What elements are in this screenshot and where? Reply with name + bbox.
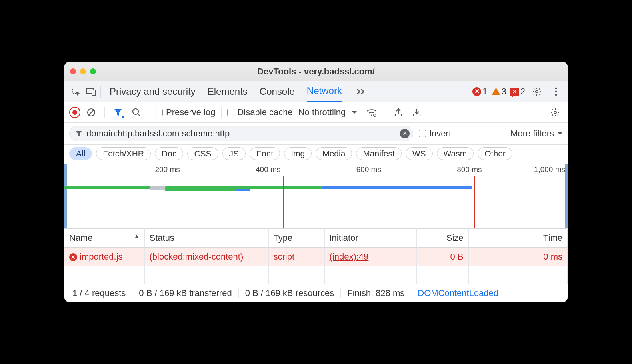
cell-size: 0 B [416, 248, 468, 266]
record-button[interactable] [69, 107, 80, 118]
main-tabs: Privacy and security Elements Console Ne… [64, 81, 568, 102]
overview-bar [236, 189, 251, 191]
col-initiator[interactable]: Initiator [324, 229, 416, 248]
filter-funnel-icon [75, 130, 82, 137]
more-tabs-icon[interactable] [356, 88, 366, 95]
col-name[interactable]: Name▲ [64, 229, 144, 248]
tick-label: 400 ms [256, 165, 280, 174]
sort-asc-icon: ▲ [134, 233, 140, 239]
chip-js[interactable]: JS [222, 147, 246, 160]
chip-css[interactable]: CSS [187, 147, 218, 160]
network-settings-icon[interactable] [548, 105, 563, 120]
preserve-log-checkbox[interactable]: Preserve log [156, 107, 216, 118]
chip-fetch-xhr[interactable]: Fetch/XHR [96, 147, 151, 160]
issue-icon: ✕ [510, 88, 519, 96]
timeline-overview[interactable]: 200 ms 400 ms 600 ms 800 ms 1,000 ms [64, 164, 568, 228]
chevron-down-icon [557, 132, 563, 136]
col-size[interactable]: Size [416, 229, 468, 248]
chip-ws[interactable]: WS [406, 147, 433, 160]
error-icon: ✕ [472, 87, 481, 96]
cell-initiator[interactable]: (index):49 [324, 248, 416, 266]
more-filters-label: More filters [510, 128, 554, 139]
filter-input[interactable]: domain:http.badssl.com scheme:http ✕ [69, 126, 413, 141]
chip-doc[interactable]: Doc [155, 147, 183, 160]
status-dcl[interactable]: DOMContentLoaded [411, 288, 505, 298]
search-icon[interactable] [129, 105, 144, 120]
throttling-select[interactable]: No throttling [298, 107, 361, 118]
chevron-down-icon [348, 110, 361, 114]
filter-icon[interactable] [110, 105, 126, 120]
kebab-menu-icon[interactable] [548, 84, 564, 99]
cell-time: 0 ms [468, 248, 568, 266]
filter-bar: domain:http.badssl.com scheme:http ✕ Inv… [64, 123, 568, 145]
device-toolbar-icon[interactable] [84, 84, 99, 99]
clear-filter-icon[interactable]: ✕ [400, 129, 410, 138]
separator [385, 107, 385, 118]
svg-point-5 [555, 90, 557, 92]
cell-status: (blocked:mixed-content) [144, 248, 268, 266]
window-title: DevTools - very.badssl.com/ [64, 66, 568, 77]
status-finish: Finish: 828 ms [341, 288, 411, 298]
network-conditions-icon[interactable] [364, 105, 379, 120]
issue-count-badge[interactable]: ✕ 2 [510, 86, 525, 97]
separator [150, 107, 150, 118]
warning-icon [492, 88, 500, 95]
more-filters-button[interactable]: More filters [510, 128, 563, 139]
svg-line-8 [88, 110, 94, 115]
requests-table: Name▲ Status Type Initiator Size Time ✕i… [64, 228, 568, 284]
disable-cache-label: Disable cache [238, 107, 293, 118]
invert-checkbox[interactable]: Invert [419, 128, 451, 139]
col-type[interactable]: Type [268, 229, 324, 248]
status-requests: 1 / 4 requests [66, 288, 132, 298]
tab-network[interactable]: Network [307, 81, 342, 102]
svg-point-9 [133, 109, 138, 114]
chip-img[interactable]: Img [284, 147, 312, 160]
table-row[interactable]: ✕imported.js (blocked:mixed-content) scr… [64, 248, 568, 266]
col-time[interactable]: Time [468, 229, 568, 248]
inspect-element-icon[interactable] [68, 84, 84, 99]
tab-privacy-security[interactable]: Privacy and security [110, 81, 196, 102]
chip-media[interactable]: Media [316, 147, 352, 160]
separator [100, 86, 101, 98]
warning-count-badge[interactable]: 3 [492, 86, 506, 97]
svg-point-6 [555, 94, 557, 96]
separator [104, 107, 105, 118]
import-har-icon[interactable] [409, 105, 424, 120]
tick-label: 800 ms [457, 165, 482, 174]
tick-label: 1,000 ms [534, 165, 565, 174]
chip-font[interactable]: Font [250, 147, 280, 160]
col-status[interactable]: Status [144, 229, 268, 248]
export-har-icon[interactable] [391, 105, 406, 120]
status-transferred: 0 B / 169 kB transferred [132, 288, 238, 298]
throttling-label: No throttling [298, 107, 346, 118]
tick-label: 200 ms [155, 165, 180, 174]
resource-type-filters: All Fetch/XHR Doc CSS JS Font Img Media … [64, 145, 568, 164]
chip-all[interactable]: All [69, 147, 92, 160]
overview-bar [321, 186, 472, 189]
disable-cache-checkbox[interactable]: Disable cache [227, 107, 293, 118]
load-event-line [474, 176, 475, 228]
status-bar: 1 / 4 requests 0 B / 169 kB transferred … [64, 284, 568, 302]
separator [221, 107, 222, 118]
svg-line-10 [138, 114, 140, 116]
clear-icon[interactable] [84, 105, 99, 120]
chip-manifest[interactable]: Manifest [356, 147, 401, 160]
tab-elements[interactable]: Elements [208, 81, 248, 102]
cell-type: script [268, 248, 324, 266]
svg-point-4 [555, 87, 557, 89]
settings-icon[interactable] [529, 84, 544, 99]
overview-bar [150, 186, 165, 190]
chip-wasm[interactable]: Wasm [437, 147, 474, 160]
separator [457, 128, 457, 139]
overview-bar [64, 186, 150, 189]
overview-handle-right[interactable] [565, 164, 568, 228]
chip-other[interactable]: Other [478, 147, 512, 160]
table-header-row: Name▲ Status Type Initiator Size Time [64, 229, 568, 248]
table-row-empty [64, 266, 568, 284]
filter-value: domain:http.badssl.com scheme:http [86, 128, 230, 139]
error-count-badge[interactable]: ✕ 1 [472, 86, 487, 97]
overview-handle-left[interactable] [64, 164, 67, 228]
invert-label: Invert [429, 128, 451, 139]
issue-count: 2 [520, 86, 525, 97]
tab-console[interactable]: Console [260, 81, 295, 102]
